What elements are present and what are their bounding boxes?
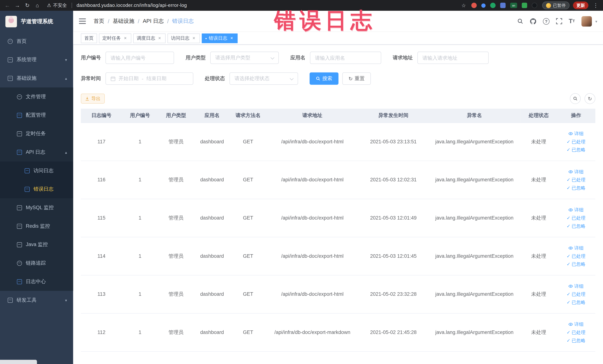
tab-close-icon[interactable]: × — [229, 35, 234, 41]
row-actions: 详细 ✓已处理 ✓已忽略 — [559, 244, 593, 268]
help-icon[interactable]: ? — [543, 18, 549, 24]
user-avatar[interactable] — [581, 16, 592, 26]
reload-icon[interactable]: ↻ — [23, 1, 32, 10]
caret-down-icon[interactable]: ▾ — [595, 19, 597, 23]
tab-close-icon[interactable]: × — [191, 35, 196, 41]
back-icon[interactable]: ← — [3, 1, 12, 10]
process-status-select[interactable]: 请选择处理状态 — [230, 72, 298, 85]
api-log-icon — [17, 150, 22, 155]
sidebar-item-scheduled-tasks[interactable]: 定时任务 — [0, 124, 73, 143]
sidebar-item-infrastructure[interactable]: 基础设施 ▴ — [0, 69, 73, 88]
sidebar-item-java-monitor[interactable]: Java 监控 — [0, 235, 73, 254]
app-header: 首页 / 基础设施 / API 日志 / 错误日志 ? — [73, 11, 603, 32]
hamburger-icon[interactable] — [79, 19, 87, 24]
browser-menu-icon[interactable]: ⋮ — [591, 2, 600, 8]
profile-paused-badge[interactable]: 已暂停 — [542, 1, 569, 9]
extension-icon-leaf[interactable] — [522, 3, 527, 8]
column-header-app-name: 应用名 — [194, 109, 230, 123]
search-button[interactable]: 搜索 — [310, 72, 338, 85]
mark-processed-link[interactable]: ✓已处理 — [567, 290, 585, 298]
bookmark-star-icon[interactable]: ☆ — [461, 3, 466, 8]
user-id-cell: 1 — [122, 313, 158, 351]
browser-update-button[interactable]: 更新 — [573, 1, 588, 9]
app-title: 芋道管理系统 — [21, 18, 53, 25]
status-cell: 未处理 — [521, 313, 557, 351]
date-range-picker[interactable]: 开始日期 - 结束日期 — [105, 72, 193, 85]
toggle-search-button[interactable] — [570, 93, 580, 104]
tab-access-log[interactable]: 访问日志 × — [168, 33, 200, 43]
breadcrumb-item-infrastructure[interactable]: 基础设施 — [113, 18, 134, 25]
tab-home[interactable]: 首页 — [81, 33, 97, 43]
mark-processed-link[interactable]: ✓已处理 — [567, 252, 585, 260]
mark-processed-link[interactable]: ✓已处理 — [567, 176, 585, 184]
security-chip[interactable]: ⚠ 不安全 — [47, 2, 67, 9]
mark-ignored-link[interactable]: ✓已忽略 — [567, 260, 585, 268]
github-icon[interactable] — [530, 18, 536, 24]
tab-close-icon[interactable]: × — [157, 35, 162, 41]
breadcrumb-item-home[interactable]: 首页 — [94, 18, 104, 25]
sidebar-item-redis-monitor[interactable]: Redis 监控 — [0, 217, 73, 235]
tab-dispatch-log[interactable]: 调度日志 × — [133, 33, 165, 43]
reset-button[interactable]: ↻ 重置 — [342, 72, 371, 85]
extension-icon-dark[interactable] — [532, 3, 537, 8]
export-button[interactable]: 导出 — [81, 94, 105, 104]
mark-ignored-link[interactable]: ✓已忽略 — [567, 146, 585, 153]
detail-link[interactable]: 详细 — [568, 130, 583, 137]
sidebar-item-mysql-monitor[interactable]: MySQL 监控 — [0, 199, 73, 217]
sidebar-item-access-log[interactable]: 访问日志 — [0, 161, 73, 180]
sidebar-item-dev-tools[interactable]: 研发工具 ▾ — [0, 291, 73, 309]
fullscreen-icon[interactable] — [556, 18, 562, 24]
mark-processed-link[interactable]: ✓已处理 — [567, 138, 585, 146]
mark-ignored-link[interactable]: ✓已忽略 — [567, 222, 585, 230]
chevron-down-icon — [270, 56, 274, 59]
sidebar-item-log-center[interactable]: 日志中心 — [0, 272, 73, 291]
tab-scheduled-tasks[interactable]: 定时任务 × — [99, 33, 131, 43]
font-size-icon[interactable]: TT — [569, 18, 575, 24]
app-name-input[interactable] — [310, 52, 381, 64]
breadcrumb-item-api-log[interactable]: API 日志 — [143, 18, 164, 25]
detail-link[interactable]: 详细 — [568, 282, 583, 290]
app-logo[interactable]: 芋道管理系统 — [0, 11, 73, 32]
sidebar-item-label: 链路追踪 — [26, 260, 46, 267]
sidebar-item-label: 配置管理 — [26, 112, 46, 118]
check-icon: ✓ — [567, 260, 570, 268]
tab-close-icon[interactable]: × — [123, 35, 128, 41]
user-type-select[interactable]: 请选择用户类型 — [210, 52, 279, 64]
extension-icon-on-badge[interactable]: on — [510, 3, 517, 8]
sidebar-item-api-log[interactable]: API 日志 ▴ — [0, 143, 73, 162]
mark-ignored-link[interactable]: ✓已忽略 — [567, 298, 585, 306]
sidebar-item-error-log[interactable]: 错误日志 — [0, 180, 73, 199]
log-id-cell: 113 — [81, 275, 122, 313]
detail-link[interactable]: 详细 — [568, 320, 583, 328]
log-id-cell: 116 — [81, 161, 122, 199]
mark-ignored-link[interactable]: ✓已忽略 — [567, 337, 585, 344]
mark-processed-link[interactable]: ✓已处理 — [567, 329, 585, 336]
refresh-table-button[interactable]: ↻ — [584, 93, 595, 104]
detail-link[interactable]: 详细 — [568, 168, 583, 176]
forward-icon[interactable]: → — [13, 1, 22, 10]
detail-link[interactable]: 详细 — [568, 206, 583, 214]
search-icon[interactable] — [517, 18, 523, 24]
home-icon[interactable]: ⌂ — [33, 1, 42, 10]
url-text[interactable]: dashboard.yudao.iocoder.cn/infra/log/api… — [77, 3, 187, 8]
tab-label: 首页 — [84, 35, 94, 41]
sidebar-item-system-management[interactable]: 系统管理 ▾ — [0, 50, 73, 69]
mark-processed-link[interactable]: ✓已处理 — [567, 214, 585, 222]
sidebar-item-file-management[interactable]: 文件管理 — [0, 88, 73, 106]
sidebar-item-tracing[interactable]: 链路追踪 — [0, 254, 73, 272]
extension-icon-blue[interactable] — [481, 3, 486, 8]
extension-icon-grid[interactable] — [500, 3, 506, 8]
detail-link[interactable]: 详细 — [568, 244, 583, 252]
sidebar-item-home[interactable]: 首页 — [0, 32, 73, 50]
exception-cell: java.lang.IllegalArgumentException — [428, 313, 521, 351]
mark-ignored-link[interactable]: ✓已忽略 — [567, 184, 585, 192]
check-icon: ✓ — [567, 214, 570, 222]
extension-icon-red[interactable] — [471, 3, 477, 8]
sidebar-item-config-management[interactable]: 配置管理 — [0, 106, 73, 124]
request-url-input[interactable] — [417, 52, 489, 64]
extension-icon-green[interactable] — [490, 3, 496, 8]
tab-error-log[interactable]: ● 错误日志 × — [202, 33, 238, 43]
column-header-status: 处理状态 — [521, 109, 557, 123]
select-placeholder: 请选择用户类型 — [215, 54, 250, 61]
user-id-input[interactable] — [105, 52, 174, 64]
